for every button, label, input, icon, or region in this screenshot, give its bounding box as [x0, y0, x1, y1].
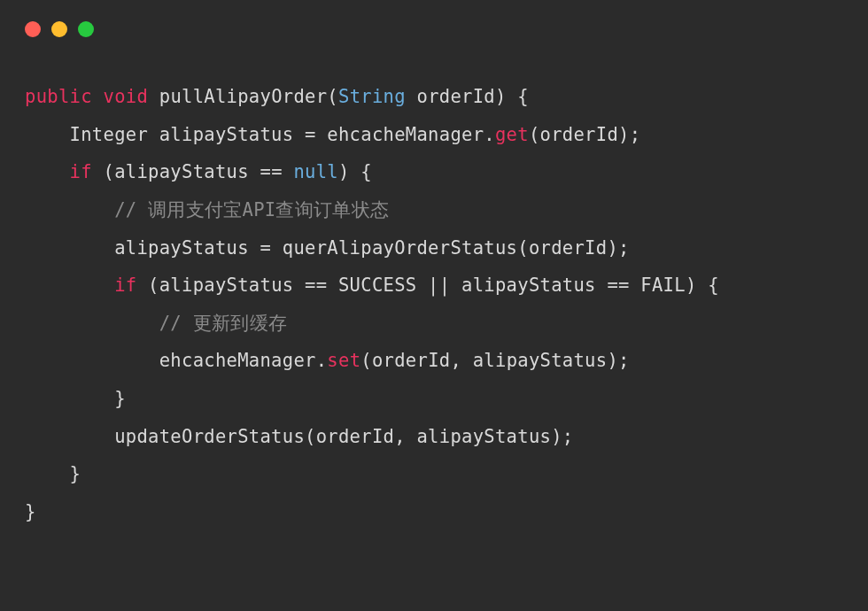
code-text: }	[25, 501, 36, 522]
code-text: orderId) {	[406, 86, 529, 107]
code-text: }	[25, 388, 126, 409]
method-get: get	[495, 124, 529, 145]
close-icon[interactable]	[25, 21, 41, 37]
code-text: ehcacheManager.	[25, 350, 327, 371]
code-text: Integer alipayStatus = ehcacheManager.	[25, 124, 495, 145]
window-titlebar	[0, 0, 868, 46]
minimize-icon[interactable]	[51, 21, 67, 37]
code-comment: // 更新到缓存	[25, 313, 287, 334]
type-string: String	[338, 86, 406, 107]
maximize-icon[interactable]	[78, 21, 94, 37]
keyword-if: if	[25, 161, 92, 182]
code-text: (alipayStatus ==	[92, 161, 294, 182]
keyword-if: if	[25, 275, 136, 296]
code-text: pullAlipayOrder(	[148, 86, 338, 107]
code-text: }	[25, 463, 81, 484]
code-editor[interactable]: public void pullAlipayOrder(String order…	[0, 46, 868, 556]
code-comment: // 调用支付宝API查询订单状态	[25, 199, 389, 220]
method-set: set	[327, 350, 360, 371]
code-text: (orderId);	[529, 124, 640, 145]
code-text: alipayStatus = querAlipayOrderStatus(ord…	[25, 237, 630, 259]
code-text: ) {	[338, 161, 372, 182]
code-text: updateOrderStatus(orderId, alipayStatus)…	[25, 426, 573, 447]
keyword-public: public	[25, 86, 92, 107]
keyword-void: void	[104, 86, 149, 107]
keyword-null: null	[293, 161, 338, 182]
code-text: (alipayStatus == SUCCESS || alipayStatus…	[136, 275, 718, 296]
code-text: (orderId, alipayStatus);	[360, 350, 629, 371]
